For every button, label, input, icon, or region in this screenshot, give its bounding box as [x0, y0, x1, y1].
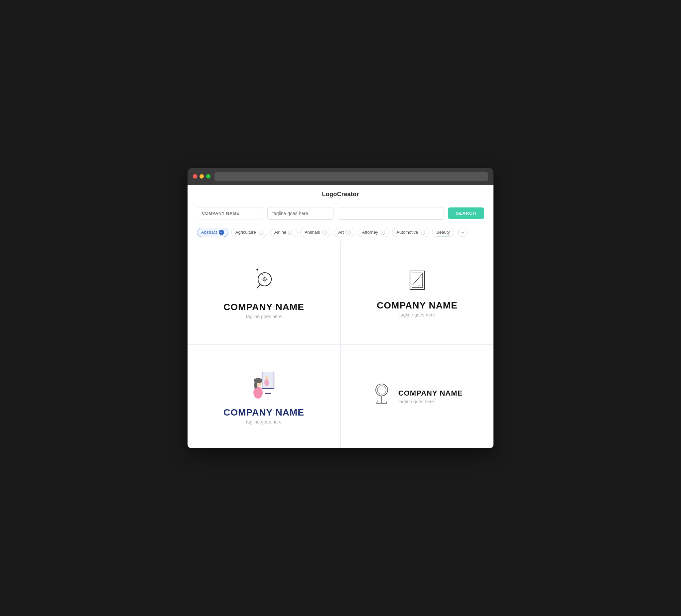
check-icon-agriculture: ✓	[258, 230, 263, 235]
svg-point-20	[254, 382, 257, 389]
svg-point-17	[253, 387, 263, 399]
search-button[interactable]: SEARCH	[448, 207, 484, 219]
app-title: LogoCreator	[322, 191, 359, 198]
logo-company-name-3: COMPANY NAME	[224, 407, 304, 418]
svg-line-12	[413, 274, 422, 285]
logo-icon-3	[247, 369, 281, 402]
app-container: LogoCreator SEARCH Abstract ✓ Agricultur…	[187, 185, 494, 448]
filter-label-art: Art	[338, 230, 344, 235]
logo-card-2[interactable]: COMPANY NAME tagline goes here	[341, 241, 494, 344]
logo-card-1[interactable]: COMPANY NAME tagline goes here	[187, 241, 340, 344]
svg-point-24	[377, 386, 386, 394]
logo-company-name-4: COMPANY NAME	[398, 389, 462, 397]
company-name-input[interactable]	[197, 207, 263, 220]
tagline-input[interactable]	[267, 207, 334, 220]
filter-label-automotive: Automotive	[396, 230, 418, 235]
check-icon-airline: ✓	[288, 230, 293, 235]
logo-tagline-2: tagline goes here	[399, 312, 435, 317]
keyword-input[interactable]	[338, 207, 444, 220]
traffic-light-red[interactable]	[193, 174, 197, 179]
app-header: LogoCreator	[187, 185, 494, 202]
check-icon-automotive: ✓	[420, 230, 425, 235]
filter-label-animals: Animals	[305, 230, 320, 235]
traffic-light-yellow[interactable]	[200, 174, 204, 179]
svg-line-28	[386, 401, 387, 403]
check-icon-abstract: ✓	[219, 230, 224, 235]
browser-chrome	[187, 168, 494, 185]
filter-chip-art[interactable]: Art ✓	[334, 228, 355, 237]
logo-card-3[interactable]: COMPANY NAME tagline goes here	[187, 345, 340, 448]
filter-chip-animals[interactable]: Animals ✓	[300, 228, 331, 237]
filter-chip-automotive[interactable]: Automotive ✓	[392, 228, 429, 237]
svg-line-13	[418, 285, 422, 286]
search-bar: SEARCH	[187, 202, 494, 224]
check-icon-animals: ✓	[322, 230, 327, 235]
logo-tagline-3: tagline goes here	[246, 419, 282, 425]
logo-tagline-1: tagline goes here	[246, 314, 282, 319]
logo-card-4[interactable]: COMPANY NAME tagline goes here	[341, 345, 494, 448]
app-inner: LogoCreator SEARCH Abstract ✓ Agricultur…	[187, 185, 494, 448]
filter-next-button[interactable]: →	[458, 228, 468, 237]
logo-icon-1	[251, 266, 277, 297]
logo-company-name-1: COMPANY NAME	[224, 302, 304, 312]
url-bar[interactable]	[215, 172, 488, 181]
filter-label-attorney: Attorney	[362, 230, 378, 235]
traffic-light-green[interactable]	[206, 174, 210, 179]
svg-point-22	[264, 379, 269, 386]
filter-bar: Abstract ✓ Agriculture ✓ Airline ✓ Anima…	[187, 224, 494, 241]
filter-chip-agriculture[interactable]: Agriculture ✓	[231, 228, 267, 237]
check-icon-art: ✓	[346, 230, 351, 235]
check-icon-attorney: ✓	[380, 230, 385, 235]
logo-grid: COMPANY NAME tagline goes here	[187, 241, 494, 448]
filter-chip-airline[interactable]: Airline ✓	[270, 228, 298, 237]
filter-chip-beauty[interactable]: Beauty	[432, 228, 454, 237]
filter-label-beauty: Beauty	[436, 230, 450, 235]
svg-line-27	[376, 401, 378, 403]
browser-window: LogoCreator SEARCH Abstract ✓ Agricultur…	[187, 168, 494, 448]
filter-chip-abstract[interactable]: Abstract ✓	[197, 228, 228, 237]
logo-icon-4	[372, 381, 392, 407]
svg-line-4	[257, 285, 260, 288]
logo-icon-2	[405, 268, 429, 295]
filter-label-agriculture: Agriculture	[235, 230, 256, 235]
filter-label-airline: Airline	[274, 230, 286, 235]
logo-tagline-4: tagline goes here	[398, 399, 462, 404]
logo-company-name-2: COMPANY NAME	[377, 300, 457, 311]
traffic-lights	[193, 174, 210, 179]
filter-chip-attorney[interactable]: Attorney ✓	[358, 228, 389, 237]
filter-label-abstract: Abstract	[201, 230, 217, 235]
